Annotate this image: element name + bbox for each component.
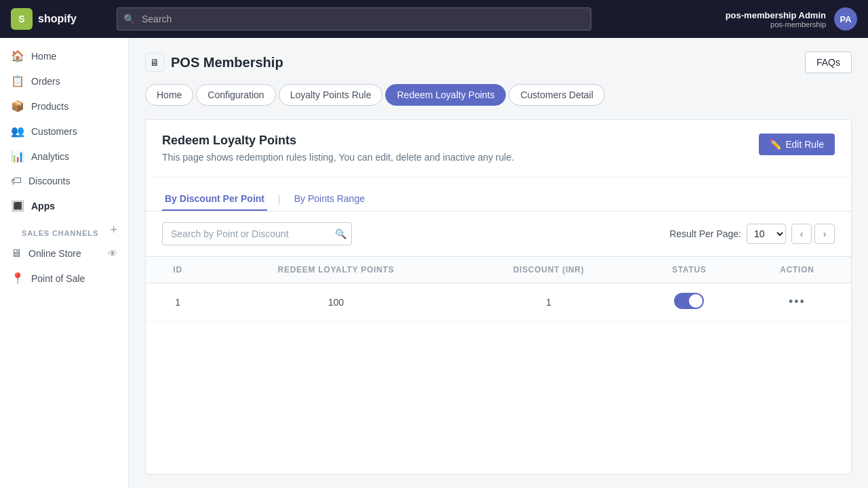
col-header-action: ACTION [743, 257, 851, 283]
user-menu[interactable]: pos-membership Admin pos-membership PA [726, 7, 857, 30]
col-header-discount: DISCOUNT (INR) [462, 257, 635, 283]
col-header-id: ID [146, 257, 210, 283]
col-header-redeem-points: REDEEM LOYALTY POINTS [210, 257, 462, 283]
online-store-icon: 🖥 [11, 247, 22, 260]
discounts-icon: 🏷 [11, 175, 22, 187]
tabs-row: Home Configuration Loyalty Points Rule R… [145, 84, 852, 106]
sidebar-item-label: Customers [31, 126, 77, 137]
sidebar-item-label: Home [31, 51, 56, 62]
customers-icon: 👥 [11, 125, 24, 138]
logo-text: shopify [38, 13, 77, 25]
toggle-slider [674, 293, 704, 309]
pagination-nav: ‹ › [791, 224, 835, 244]
tab-home[interactable]: Home [145, 84, 193, 106]
sidebar-item-label: Products [31, 101, 68, 112]
logo-icon: S [11, 8, 33, 30]
page-header: 🖥 POS Membership FAQs [145, 52, 852, 73]
pos-icon: 📍 [11, 272, 24, 285]
layout: 🏠 Home 📋 Orders 📦 Products 👥 Customers 📊… [0, 38, 868, 488]
user-shop: pos-membership [726, 20, 826, 28]
table-body: 1 100 1 ••• [146, 283, 851, 321]
add-sales-channel-button[interactable]: + [110, 224, 117, 236]
sidebar-item-label: Discounts [28, 176, 70, 186]
table-search-button[interactable]: 🔍 [335, 228, 347, 239]
table-toolbar: 🔍 Result Per Page: 10 25 50 100 ‹ › [146, 211, 851, 256]
sales-channels-label: SALES CHANNELS [11, 218, 109, 241]
cell-discount: 1 [462, 283, 635, 321]
sub-tab-by-points-range[interactable]: By Points Range [292, 188, 368, 211]
sub-tabs: By Discount Per Point | By Points Range [146, 177, 851, 211]
orders-icon: 📋 [11, 75, 24, 87]
sales-channels-header: SALES CHANNELS + [0, 218, 128, 241]
sidebar-item-label: Analytics [31, 151, 69, 162]
sub-tab-by-discount-per-point[interactable]: By Discount Per Point [162, 188, 267, 211]
sidebar-item-customers[interactable]: 👥 Customers [0, 119, 128, 144]
table-row: 1 100 1 ••• [146, 283, 851, 321]
faqs-button[interactable]: FAQs [805, 52, 852, 73]
home-icon: 🏠 [11, 49, 24, 62]
sidebar-item-analytics[interactable]: 📊 Analytics [0, 144, 128, 169]
user-name: pos-membership Admin [726, 10, 826, 20]
card-header-text: Redeem Loyalty Points This page shows re… [162, 134, 514, 163]
products-icon: 📦 [11, 100, 24, 113]
sidebar-item-label: Point of Sale [31, 273, 85, 284]
global-search: 🔍 [117, 7, 591, 30]
result-per-page-label: Result Per Page: [669, 228, 741, 239]
page-title-row: 🖥 POS Membership [145, 53, 283, 72]
search-icon: 🔍 [123, 14, 135, 24]
main-card: Redeem Loyalty Points This page shows re… [145, 119, 852, 474]
sidebar-item-home[interactable]: 🏠 Home [0, 43, 128, 68]
sidebar-item-label: Online Store [28, 248, 81, 259]
top-navigation: S shopify 🔍 pos-membership Admin pos-mem… [0, 0, 868, 38]
page-title-icon: 🖥 [145, 53, 164, 72]
card-description: This page shows redemption rules listing… [162, 152, 514, 163]
sub-tab-separator: | [278, 194, 281, 205]
pagination-controls-wrap: Result Per Page: 10 25 50 100 ‹ › [669, 224, 835, 244]
tab-loyalty-points-rule[interactable]: Loyalty Points Rule [279, 84, 383, 106]
per-page-select[interactable]: 10 25 50 100 [747, 224, 786, 244]
data-table: ID REDEEM LOYALTY POINTS DISCOUNT (INR) … [146, 256, 851, 321]
logo[interactable]: S shopify [11, 8, 106, 30]
table-header: ID REDEEM LOYALTY POINTS DISCOUNT (INR) … [146, 257, 851, 283]
cell-points: 100 [210, 283, 462, 321]
tab-customers-detail[interactable]: Customers Detail [509, 84, 604, 106]
table-search-input[interactable] [162, 222, 352, 245]
col-header-status: STATUS [635, 257, 743, 283]
sidebar-item-discounts[interactable]: 🏷 Discounts [0, 169, 128, 193]
card-header: Redeem Loyalty Points This page shows re… [146, 120, 851, 177]
table-search: 🔍 [162, 222, 352, 245]
edit-rule-label: Edit Rule [785, 139, 824, 150]
sidebar: 🏠 Home 📋 Orders 📦 Products 👥 Customers 📊… [0, 38, 129, 488]
avatar[interactable]: PA [834, 7, 857, 30]
sidebar-item-label: Orders [31, 76, 60, 87]
sidebar-item-apps[interactable]: 🔳 Apps [0, 193, 128, 218]
user-info: pos-membership Admin pos-membership [726, 10, 826, 28]
action-menu-button[interactable]: ••• [789, 295, 806, 308]
sidebar-item-orders[interactable]: 📋 Orders [0, 68, 128, 94]
apps-icon: 🔳 [11, 199, 24, 212]
card-title: Redeem Loyalty Points [162, 134, 514, 148]
analytics-icon: 📊 [11, 150, 24, 163]
sidebar-item-label: Apps [31, 201, 55, 211]
sidebar-item-point-of-sale[interactable]: 📍 Point of Sale [0, 266, 128, 291]
sidebar-item-online-store[interactable]: 🖥 Online Store 👁 [0, 241, 128, 266]
main-content: 🖥 POS Membership FAQs Home Configuration… [129, 38, 868, 488]
cell-action: ••• [743, 283, 851, 321]
status-toggle[interactable] [674, 293, 704, 309]
edit-icon: ✏️ [770, 139, 781, 150]
online-store-left: 🖥 Online Store [11, 247, 81, 260]
membership-icon: 🖥 [150, 57, 159, 68]
sidebar-item-products[interactable]: 📦 Products [0, 94, 128, 119]
cell-id: 1 [146, 283, 210, 321]
cell-status [635, 283, 743, 321]
search-input[interactable] [117, 7, 591, 30]
page-title: POS Membership [171, 55, 283, 70]
tab-configuration[interactable]: Configuration [196, 84, 275, 106]
pagination-next-button[interactable]: › [814, 224, 835, 244]
eye-icon: 👁 [108, 248, 117, 259]
pagination-prev-button[interactable]: ‹ [791, 224, 812, 244]
tab-redeem-loyalty-points[interactable]: Redeem Loyalty Points [385, 84, 506, 106]
edit-rule-button[interactable]: ✏️ Edit Rule [759, 134, 835, 155]
